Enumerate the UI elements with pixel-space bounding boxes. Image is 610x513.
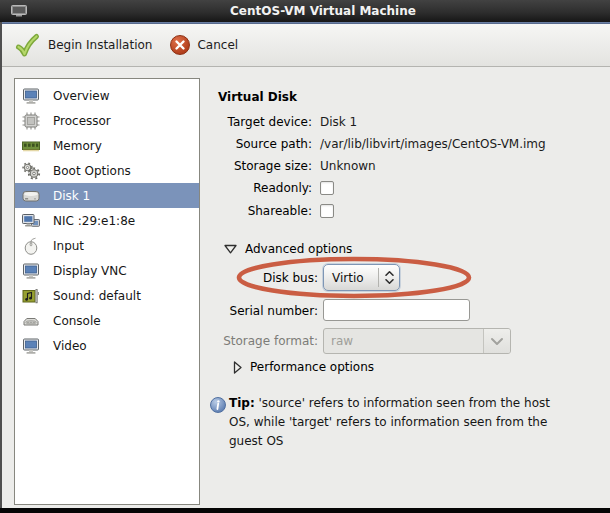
window-bottom-border [0,508,610,513]
sidebar-item-video[interactable]: Video [15,333,199,358]
disk-bus-row: Disk bus: [218,271,318,285]
storage-format-value: raw [324,334,483,348]
cancel-button[interactable]: Cancel [166,33,246,57]
tip-line-1: 'source' refers to information seen from… [259,396,550,410]
tip-note: Tip: 'source' refers to information seen… [229,394,574,451]
storage-size-label: Storage size: [218,159,312,173]
tip-label: Tip: [229,396,255,410]
sidebar-item-label: NIC :29:e1:8e [53,214,135,228]
target-device-label: Target device: [218,115,312,129]
shareable-row: Shareable: [218,204,334,218]
storage-format-row: Storage format: [218,334,318,348]
expander-closed-triangle-icon [233,361,242,374]
page-title: Virtual Disk [218,90,297,104]
advanced-options-expander[interactable]: Advanced options [224,242,352,256]
toolbar-separator [0,66,610,67]
sidebar-item-label: Video [53,339,87,353]
network-icon [21,211,41,231]
info-icon [210,397,226,413]
sidebar-item-sound[interactable]: Sound: default [15,283,199,308]
sidebar-item-nic[interactable]: NIC :29:e1:8e [15,208,199,233]
hardware-list: Overview Processor Memory [14,78,200,505]
monitor-icon [21,86,41,106]
cancel-x-icon [170,35,190,55]
memory-icon [21,136,41,156]
sidebar-item-memory[interactable]: Memory [15,133,199,158]
monitor-icon [21,261,41,281]
storage-format-combo: raw [323,328,511,354]
sidebar-item-label: Sound: default [53,289,141,303]
serial-port-icon [21,311,41,331]
source-path-row: Source path: /var/lib/libvirt/images/Cen… [218,137,546,151]
expander-open-triangle-icon [224,244,237,254]
sidebar-item-label: Disk 1 [53,189,90,203]
cancel-label: Cancel [197,38,238,52]
disk-bus-value: Virtio [324,271,378,285]
sidebar-item-processor[interactable]: Processor [15,108,199,133]
tip-line-2: OS, while 'target' refers to information… [229,413,574,432]
serial-number-label: Serial number: [218,304,318,318]
storage-size-row: Storage size: Unknown [218,159,376,173]
sidebar-item-label: Boot Options [53,164,131,178]
window-left-border [0,22,2,508]
begin-installation-label: Begin Installation [48,38,152,52]
sidebar-item-label: Memory [53,139,102,153]
sidebar-item-overview[interactable]: Overview [15,83,199,108]
hard-disk-icon [21,186,41,206]
advanced-options-label: Advanced options [245,242,352,256]
checkmark-icon [14,32,41,59]
target-device-row: Target device: Disk 1 [218,115,357,129]
begin-installation-button[interactable]: Begin Installation [10,30,160,61]
storage-format-label: Storage format: [218,334,318,348]
titlebar: CentOS-VM Virtual Machine [0,0,610,22]
source-path-label: Source path: [218,137,312,151]
sidebar-item-input[interactable]: Input [15,233,199,258]
sidebar-item-label: Processor [53,114,111,128]
sidebar-item-label: Console [53,314,101,328]
gears-icon [21,161,41,181]
sidebar-item-display-vnc[interactable]: Display VNC [15,258,199,283]
window-title: CentOS-VM Virtual Machine [0,0,610,22]
sidebar-item-boot-options[interactable]: Boot Options [15,158,199,183]
readonly-label: Readonly: [218,181,312,195]
sidebar-item-console[interactable]: Console [15,308,199,333]
mouse-icon [21,236,41,256]
source-path-value: /var/lib/libvirt/images/CentOS-VM.img [320,137,546,151]
tip-line: Tip: 'source' refers to information seen… [229,394,574,413]
disk-bus-label: Disk bus: [218,271,318,285]
performance-options-label: Performance options [250,360,374,374]
sidebar-item-label: Display VNC [53,264,127,278]
sidebar-item-disk-1[interactable]: Disk 1 [15,183,199,208]
tip-line-3: guest OS [229,432,574,451]
chevron-down-icon [483,329,510,353]
target-device-value: Disk 1 [320,115,357,129]
monitor-icon [21,336,41,356]
shareable-label: Shareable: [218,204,312,218]
sound-card-icon [21,286,41,306]
virtual-machine-window: CentOS-VM Virtual Machine Begin Installa… [0,0,610,513]
storage-size-value: Unknown [320,159,376,173]
sidebar-item-label: Overview [53,89,110,103]
serial-number-input[interactable] [323,299,470,321]
toolbar: Begin Installation Cancel [0,24,610,66]
readonly-row: Readonly: [218,181,334,195]
cpu-icon [21,111,41,131]
stepper-arrows-icon [378,268,399,287]
disk-bus-combo[interactable]: Virtio [323,264,400,291]
readonly-checkbox[interactable] [320,181,334,195]
shareable-checkbox[interactable] [320,204,334,218]
performance-options-expander[interactable]: Performance options [233,360,374,374]
serial-number-row: Serial number: [218,304,318,318]
sidebar-item-label: Input [53,239,84,253]
